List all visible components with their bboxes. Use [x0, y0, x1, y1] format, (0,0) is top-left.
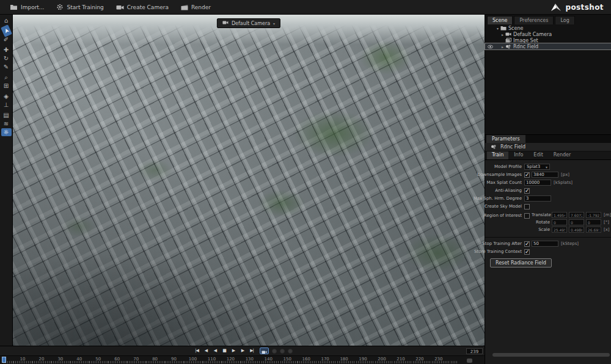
camera-view-toggle-button[interactable]: [260, 348, 269, 354]
parameters-panel: Parameters Rdnc Field TrainInfoEditRende…: [485, 134, 611, 364]
tab-render[interactable]: Render: [549, 151, 576, 159]
import-button[interactable]: Import...: [4, 0, 50, 14]
max-splat-count-input[interactable]: [524, 180, 551, 186]
timeline-option-1-button[interactable]: [272, 349, 277, 354]
frame-label-220: 220: [415, 357, 423, 362]
frame-tool-icon[interactable]: ⊞: [1, 82, 12, 90]
scene-tree: ▾Scene▸Default CameraImage Set▸Rdnc Fiel…: [485, 25, 611, 49]
timeline-option-2-button[interactable]: [280, 349, 285, 354]
pen-tool-icon[interactable]: ✎: [1, 63, 12, 71]
tab-preferences[interactable]: Preferences: [514, 16, 554, 24]
scale-y-input[interactable]: [569, 227, 584, 233]
timeline-ruler[interactable]: 1020304050607080901001101201301401501601…: [0, 355, 485, 364]
top-toolbar: Import...Start TrainingCreate CameraRend…: [0, 0, 611, 15]
scale-z-input[interactable]: [586, 227, 601, 233]
stop-training-after-unit: [kSteps]: [561, 241, 579, 246]
frame-label-70: 70: [133, 357, 139, 362]
start-training-button[interactable]: Start Training: [50, 0, 109, 14]
scale-x-input[interactable]: [552, 227, 567, 233]
rotate-tool-icon[interactable]: ↻: [1, 54, 12, 62]
caret-icon[interactable]: ▾: [496, 26, 500, 31]
tripod-tool-icon[interactable]: ⊥: [1, 101, 12, 109]
frame-label-210: 210: [397, 357, 404, 362]
render-button[interactable]: Render: [175, 0, 217, 14]
skip-end-button[interactable]: ▶|: [248, 348, 256, 354]
eye-icon[interactable]: [487, 45, 493, 49]
frame-label-50: 50: [95, 357, 101, 362]
downsample-input[interactable]: [532, 172, 558, 178]
section-divider: [485, 237, 611, 238]
caret-icon[interactable]: ▸: [500, 45, 505, 49]
end-frame-field[interactable]: 239: [466, 348, 483, 354]
translate-z-input[interactable]: [586, 212, 601, 218]
palette-tool-icon[interactable]: ▤: [1, 111, 12, 119]
tab-parameters[interactable]: Parameters: [486, 135, 525, 143]
create-sky-model-label: Create Sky Model: [485, 204, 522, 209]
store-training-context-label: Store Training Context: [485, 249, 522, 254]
create-camera-button[interactable]: Create Camera: [110, 0, 175, 14]
anti-aliasing-checkbox[interactable]: [524, 188, 530, 194]
step-forward-button[interactable]: ▶: [230, 348, 238, 354]
max-splat-count-unit: [kSplats]: [554, 180, 573, 185]
camera-icon: [116, 4, 124, 10]
zoom-tool-icon[interactable]: ⌕: [1, 73, 12, 81]
tree-row-scene[interactable]: ▾Scene: [485, 25, 611, 31]
step-back-button[interactable]: ◀: [211, 348, 219, 354]
frame-label-110: 110: [208, 357, 216, 362]
scale-unit: [x]: [604, 227, 610, 232]
create-sky-model-checkbox[interactable]: [524, 204, 530, 209]
tab-edit[interactable]: Edit: [529, 151, 548, 159]
tree-row-rdnc-field[interactable]: ▸Rdnc Field: [485, 43, 611, 49]
rotate-y-input[interactable]: [569, 219, 584, 225]
stop-training-after-checkbox[interactable]: [524, 241, 530, 247]
timeline-option-3-button[interactable]: [288, 349, 293, 354]
train-form: Model Profile Splat3 ▾ Downsample Images…: [485, 160, 611, 268]
translate-label: Translate: [532, 213, 550, 217]
viewport[interactable]: Default Camera ▾: [13, 15, 485, 346]
translate-x-input[interactable]: [552, 212, 567, 218]
model-profile-select[interactable]: Splat3 ▾: [524, 164, 550, 170]
train-tabs: TrainInfoEditRender: [485, 151, 611, 160]
max-sph-degree-input[interactable]: [524, 195, 551, 202]
downsample-label: Downsample Images: [485, 172, 522, 177]
play-button[interactable]: ▶: [239, 348, 247, 354]
app-logo: postshot: [551, 3, 611, 12]
skip-start-button[interactable]: |◀: [193, 348, 201, 354]
rotate-x-input[interactable]: [552, 219, 567, 225]
panel-tabs: ScenePreferencesLog: [487, 16, 575, 24]
ruler-zoom-handle[interactable]: [467, 359, 472, 363]
stop-training-after-label: Stop Training After: [485, 241, 522, 246]
playhead[interactable]: [2, 357, 6, 363]
tab-scene[interactable]: Scene: [487, 16, 513, 24]
tree-label-scene: Scene: [508, 26, 523, 31]
frame-label-180: 180: [340, 357, 348, 362]
store-training-context-checkbox[interactable]: [524, 249, 530, 255]
caret-icon[interactable]: ▸: [500, 32, 505, 37]
timeline-controls: |◀◀◀■▶▶▶| 239: [0, 346, 485, 355]
tab-train[interactable]: Train: [487, 151, 508, 159]
horizontal-scrollbar[interactable]: [492, 353, 610, 357]
move-tool-icon[interactable]: ✚: [1, 46, 12, 54]
region-of-interest-block: Region of Interest Translate[m]Rotate[°]…: [485, 212, 611, 234]
tab-info[interactable]: Info: [509, 151, 528, 159]
stop-training-after-input[interactable]: [532, 241, 558, 247]
region-of-interest-checkbox[interactable]: [524, 213, 530, 219]
max-sph-degree-label: Max Sph. Hrm. Degree: [485, 196, 522, 201]
tree-row-image-set[interactable]: Image Set: [485, 37, 611, 43]
trim-tool-icon[interactable]: ≋: [1, 120, 12, 128]
camera-selector[interactable]: Default Camera ▾: [217, 18, 280, 28]
tab-log[interactable]: Log: [555, 16, 574, 24]
light-tool-icon[interactable]: ☼: [1, 128, 12, 136]
tree-row-default-camera[interactable]: ▸Default Camera: [485, 31, 611, 37]
rotate-z-input[interactable]: [586, 219, 601, 225]
play-reverse-button[interactable]: ◀: [202, 348, 210, 354]
frame-label-190: 190: [359, 357, 367, 362]
translate-y-input[interactable]: [569, 212, 584, 218]
frame-label-140: 140: [265, 357, 273, 362]
gizmo-tool-icon[interactable]: ◈: [1, 92, 12, 100]
topbar-buttons: Import...Start TrainingCreate CameraRend…: [0, 0, 217, 14]
home-tool-icon[interactable]: ⌂: [1, 16, 12, 24]
downsample-checkbox[interactable]: [524, 172, 530, 178]
reset-radiance-field-button[interactable]: Reset Radiance Field: [490, 258, 552, 268]
stop-button[interactable]: ■: [221, 348, 229, 354]
